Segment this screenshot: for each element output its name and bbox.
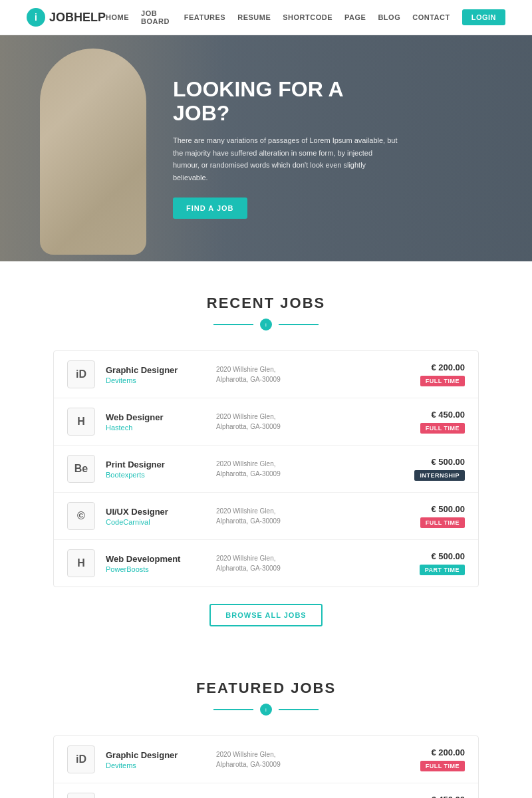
job-badge: FULL TIME [420,761,465,771]
job-right: € 450.00 FULL TIME [420,410,465,434]
job-info: Web Designer Hastech [106,412,205,432]
job-info: Graphic Designer Devitems [106,365,205,384]
job-title: Print Designer [106,460,205,469]
featured-jobs-title: FEATURED JOBS [53,680,479,697]
job-salary: € 450.00 [431,795,465,798]
job-info: Print Designer Bootexperts [106,460,205,479]
job-title: Web Designer [106,412,205,422]
job-company: CodeCarnival [106,518,205,526]
nav-link-page[interactable]: PAGE [344,13,366,21]
job-right: € 200.00 FULL TIME [420,362,465,386]
divider-line-left-2 [213,709,253,710]
job-info: Graphic Designer Devitems [106,750,205,769]
divider-icon: i [260,319,272,331]
job-right: € 500.00 PART TIME [420,551,465,575]
job-item[interactable]: Be Print Designer Bootexperts 2020 Wills… [54,446,478,493]
logo-icon: i [27,8,45,27]
job-salary: € 500.00 [431,457,465,467]
job-location: 2020 Willshire Glen,Alpharotta, GA-30009 [216,364,410,384]
job-location: 2020 Willshire Glen,Alpharotta, GA-30009 [216,553,409,573]
recent-jobs-list: iD Graphic Designer Devitems 2020 Willsh… [53,350,479,587]
job-salary: € 500.00 [431,504,465,514]
job-company: Hastech [106,424,205,432]
navbar: i JOBHELP HOMEJOB BOARDFEATURESRESUMESHO… [0,0,532,35]
job-title: Graphic Designer [106,365,205,375]
job-company: Devitems [106,761,205,769]
job-location: 2020 Willshire Glen,Alpharotta, GA-30009 [216,459,404,479]
job-location: 2020 Willshire Glen,Alpharotta, GA-30009 [216,506,410,526]
job-item[interactable]: iD Graphic Designer Devitems 2020 Willsh… [54,736,478,783]
recent-jobs-section: RECENT JOBS i iD Graphic Designer Devite… [0,261,532,660]
nav-link-features[interactable]: FEATURES [184,13,225,21]
nav-link-shortcode[interactable]: SHORTCODE [283,13,332,21]
job-salary: € 500.00 [431,551,465,561]
divider-line-right [279,324,319,325]
job-company: Devitems [106,376,205,384]
nav-link-resume[interactable]: RESUME [237,13,271,21]
recent-jobs-divider: i [53,319,479,331]
job-title: UI/UX Designer [106,507,205,517]
job-location: 2020 Willshire Glen,Alpharotta, GA-30009 [216,412,410,432]
company-logo: © [67,502,95,530]
nav-link-home[interactable]: HOME [106,13,129,21]
job-title: Graphic Designer [106,750,205,760]
company-logo: H [67,408,95,436]
job-item[interactable]: H Web Development PowerBoosts 2020 Wills… [54,540,478,587]
find-job-button[interactable]: FIND A JOB [173,198,247,219]
job-item[interactable]: iD Graphic Designer Devitems 2020 Willsh… [54,351,478,398]
nav-link-contact[interactable]: CONTACT [412,13,450,21]
job-badge: FULL TIME [420,423,465,434]
job-badge: INTERNSHIP [414,470,465,481]
recent-jobs-title: RECENT JOBS [53,295,479,312]
job-badge: FULL TIME [420,517,465,528]
job-salary: € 200.00 [431,362,465,372]
hero-section: LOOKING FOR A JOB? There are many variat… [0,35,532,261]
company-logo: iD [67,745,95,773]
featured-jobs-divider: i [53,704,479,716]
job-right: € 500.00 FULL TIME [420,504,465,528]
logo-text: JOBHELP [49,11,106,25]
job-location: 2020 Willshire Glen,Alpharotta, GA-30009 [216,749,410,769]
job-right: € 500.00 INTERNSHIP [414,457,465,481]
logo[interactable]: i JOBHELP [27,8,106,27]
company-logo: Be [67,455,95,483]
hero-content: LOOKING FOR A JOB? There are many variat… [173,78,399,218]
job-right: € 450.00 FULL TIME [420,795,465,798]
featured-jobs-section: FEATURED JOBS i iD Graphic Designer Devi… [0,660,532,798]
job-right: € 200.00 FULL TIME [420,747,465,771]
job-badge: PART TIME [420,565,465,575]
nav-link-job-board[interactable]: JOB BOARD [141,9,172,25]
nav-links: HOMEJOB BOARDFEATURESRESUMESHORTCODEPAGE… [106,9,505,25]
company-logo: iD [67,360,95,388]
company-logo: H [67,549,95,577]
nav-link-blog[interactable]: BLOG [378,13,400,21]
browse-all-button[interactable]: BROWSE ALL JOBS [209,604,322,626]
hero-description: There are many variations of passages of… [173,134,399,184]
job-title: Web Development [106,554,205,564]
hero-title: LOOKING FOR A JOB? [173,78,399,124]
job-company: PowerBoosts [106,565,205,573]
divider-line-left [213,324,253,325]
divider-line-right-2 [279,709,319,710]
browse-all-wrap: BROWSE ALL JOBS [53,604,479,626]
company-logo: H [67,793,95,798]
job-info: UI/UX Designer CodeCarnival [106,507,205,526]
job-company: Bootexperts [106,471,205,479]
job-item[interactable]: H Web Designer Hastech 2020 Willshire Gl… [54,783,478,798]
featured-jobs-list: iD Graphic Designer Devitems 2020 Willsh… [53,735,479,798]
job-salary: € 450.00 [431,410,465,420]
divider-icon-2: i [260,704,272,716]
job-item[interactable]: © UI/UX Designer CodeCarnival 2020 Wills… [54,493,478,540]
job-info: Web Development PowerBoosts [106,554,205,573]
job-salary: € 200.00 [431,747,465,757]
job-badge: FULL TIME [420,376,465,386]
job-item[interactable]: H Web Designer Hastech 2020 Willshire Gl… [54,398,478,446]
login-button[interactable]: LOGIN [462,9,505,25]
